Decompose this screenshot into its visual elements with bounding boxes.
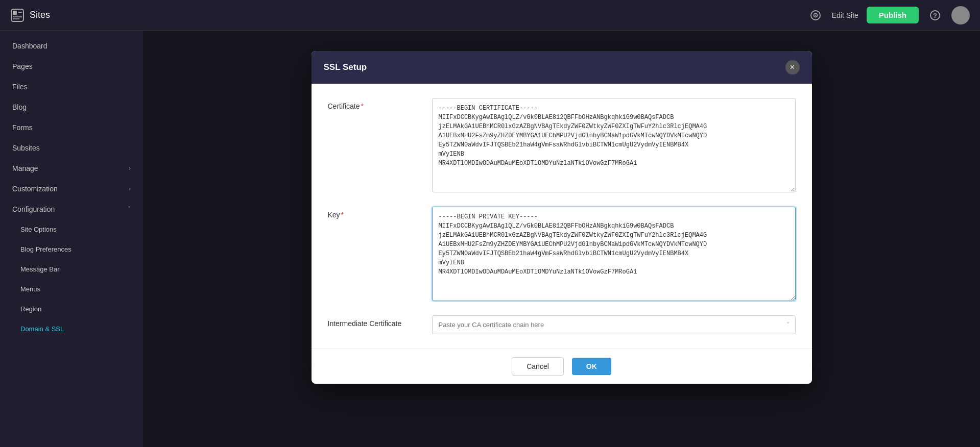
- intermediate-certificate-field: Intermediate Certificate ˅: [328, 315, 796, 334]
- modal-header: SSL Setup ×: [312, 51, 812, 84]
- sidebar-item-customization[interactable]: Customization ›: [0, 179, 143, 199]
- sidebar-item-dashboard[interactable]: Dashboard: [0, 36, 143, 56]
- cancel-button[interactable]: Cancel: [512, 357, 564, 376]
- key-required-indicator: *: [341, 211, 344, 219]
- intermediate-certificate-label: Intermediate Certificate: [328, 315, 420, 328]
- chevron-down-icon: ˅: [786, 321, 790, 329]
- sidebar-item-subsites[interactable]: Subsites: [0, 138, 143, 158]
- sidebar-item-forms[interactable]: Forms: [0, 117, 143, 138]
- key-label: Key*: [328, 207, 420, 219]
- certificate-textarea[interactable]: -----BEGIN CERTIFICATE----- MIIFxDCCBKyg…: [432, 98, 796, 192]
- svg-text:?: ?: [933, 12, 937, 19]
- help-icon[interactable]: ?: [927, 7, 943, 23]
- edit-site-label[interactable]: Edit Site: [832, 11, 858, 19]
- app-title: Sites: [30, 10, 50, 20]
- sidebar-item-menus[interactable]: Menus: [0, 279, 143, 299]
- sidebar-item-pages[interactable]: Pages: [0, 56, 143, 77]
- svg-rect-1: [13, 11, 17, 15]
- ok-button[interactable]: OK: [572, 358, 611, 375]
- certificate-input-wrap: -----BEGIN CERTIFICATE----- MIIFxDCCBKyg…: [432, 98, 796, 194]
- sidebar-item-blog-preferences[interactable]: Blog Preferences: [0, 239, 143, 259]
- key-input-wrap: -----BEGIN PRIVATE KEY----- MIIFxDCCBKyg…: [432, 207, 796, 303]
- sites-logo-icon: [10, 8, 25, 22]
- svg-point-7: [815, 15, 816, 16]
- key-textarea[interactable]: -----BEGIN PRIVATE KEY----- MIIFxDCCBKyg…: [432, 207, 796, 301]
- preview-icon[interactable]: [807, 7, 824, 23]
- chevron-right-icon: ›: [129, 185, 131, 192]
- chevron-down-icon: ˅: [128, 206, 131, 213]
- sidebar: Dashboard Pages Files Blog Forms Subsite…: [0, 31, 143, 447]
- topbar: Sites Edit Site Publish ?: [0, 0, 980, 31]
- certificate-label: Certificate*: [328, 98, 420, 110]
- publish-button[interactable]: Publish: [867, 7, 919, 23]
- intermediate-certificate-input-wrap: ˅: [432, 315, 796, 334]
- certificate-required-indicator: *: [361, 102, 364, 110]
- sidebar-item-blog[interactable]: Blog: [0, 97, 143, 117]
- modal-close-button[interactable]: ×: [785, 60, 800, 74]
- certificate-field: Certificate* -----BEGIN CERTIFICATE-----…: [328, 98, 796, 194]
- app-logo: Sites: [10, 8, 50, 22]
- content-area: SSL Setup × Certificate* -----BEGIN CERT…: [143, 31, 980, 447]
- modal-body: Certificate* -----BEGIN CERTIFICATE-----…: [312, 84, 812, 349]
- modal-footer: Cancel OK: [312, 349, 812, 384]
- modal-overlay: SSL Setup × Certificate* -----BEGIN CERT…: [143, 31, 980, 447]
- sidebar-item-domain-ssl[interactable]: Domain & SSL: [0, 319, 143, 339]
- topbar-right: Edit Site Publish ?: [807, 6, 970, 24]
- sidebar-item-region[interactable]: Region: [0, 299, 143, 319]
- main-layout: Dashboard Pages Files Blog Forms Subsite…: [0, 31, 980, 447]
- sidebar-item-site-options[interactable]: Site Options: [0, 219, 143, 239]
- key-field: Key* -----BEGIN PRIVATE KEY----- MIIFxDC…: [328, 207, 796, 303]
- sidebar-item-configuration[interactable]: Configuration ˅: [0, 199, 143, 219]
- intermediate-certificate-input[interactable]: [432, 315, 796, 334]
- chevron-right-icon: ›: [129, 165, 131, 172]
- modal-title: SSL Setup: [324, 62, 367, 72]
- avatar[interactable]: [951, 6, 970, 24]
- sidebar-item-files[interactable]: Files: [0, 77, 143, 97]
- sidebar-item-manage[interactable]: Manage ›: [0, 158, 143, 179]
- ssl-setup-modal: SSL Setup × Certificate* -----BEGIN CERT…: [312, 51, 812, 384]
- sidebar-item-message-bar[interactable]: Message Bar: [0, 259, 143, 279]
